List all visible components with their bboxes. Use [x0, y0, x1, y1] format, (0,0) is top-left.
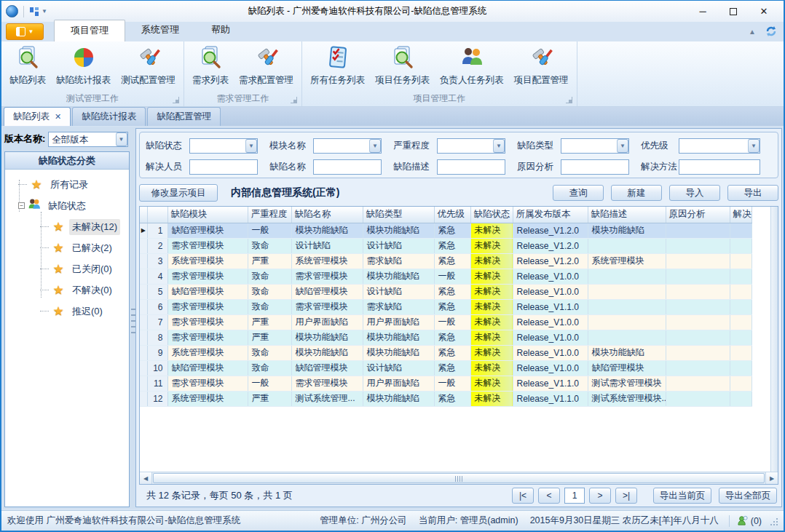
cell-module[interactable]: 系统管理模块	[167, 345, 248, 360]
cell-name[interactable]: 用户界面缺陷	[291, 314, 363, 330]
cell-desc[interactable]	[588, 330, 666, 345]
cell-name[interactable]: 需求管理模块	[291, 376, 363, 391]
row-indicator-cell[interactable]	[140, 360, 147, 376]
cell-release[interactable]: Release_V1.1.0	[513, 391, 588, 406]
cell-solution[interactable]	[730, 391, 752, 406]
cell-status[interactable]: 未解决	[470, 253, 513, 269]
row-indicator-cell[interactable]	[140, 314, 147, 330]
ribbon-button[interactable]: 项目配置管理	[509, 44, 574, 88]
cell-release[interactable]: Release_V1.0.0	[513, 345, 588, 360]
defect-desc-input[interactable]	[437, 159, 505, 175]
defect-status-combobox[interactable]: ▼	[189, 138, 258, 154]
row-number-cell[interactable]: 8	[147, 330, 167, 345]
prev-page-button[interactable]: <	[538, 488, 560, 504]
table-row[interactable]: 7需求管理模块严重用户界面缺陷用户界面缺陷一般未解决Release_V1.0.0	[140, 314, 752, 330]
sidebar-splitter[interactable]	[130, 127, 135, 509]
chevron-down-icon[interactable]: ▼	[116, 132, 127, 146]
priority-combobox[interactable]: ▼	[679, 138, 760, 154]
cell-release[interactable]: Release_V1.0.0	[513, 284, 588, 299]
ribbon-button[interactable]: 项目任务列表	[370, 44, 435, 88]
cell-priority[interactable]: 紧急	[434, 284, 470, 299]
cell-solution[interactable]	[730, 269, 752, 284]
tree-item[interactable]: ★未解决(12)	[8, 216, 127, 237]
cell-analysis[interactable]	[666, 299, 730, 314]
row-number-cell[interactable]: 2	[147, 238, 167, 253]
cell-desc[interactable]	[588, 299, 666, 314]
cell-name[interactable]: 设计缺陷	[291, 238, 363, 253]
query-button[interactable]: 查询	[553, 185, 604, 201]
cell-name[interactable]: 模块功能缺陷	[291, 345, 363, 360]
cell-analysis[interactable]	[666, 284, 730, 299]
table-row[interactable]: 2需求管理模块致命设计缺陷设计缺陷紧急未解决Release_V1.2.0	[140, 238, 752, 253]
close-button[interactable]: ✕	[749, 4, 779, 20]
chevron-down-icon[interactable]: ▼	[245, 139, 257, 153]
tree-item[interactable]: ★不解决(0)	[8, 279, 127, 301]
ribbon-button[interactable]: 需求配置管理	[234, 44, 299, 88]
cell-analysis[interactable]	[666, 314, 730, 330]
cell-module[interactable]: 需求管理模块	[167, 238, 248, 253]
cell-type[interactable]: 需求缺陷	[363, 299, 434, 314]
ribbon-button[interactable]: 缺陷统计报表	[51, 44, 116, 88]
ribbon-button[interactable]: 缺陷列表	[4, 44, 51, 88]
tree-item[interactable]: ★已解决(2)	[8, 237, 127, 258]
cell-severity[interactable]: 严重	[248, 330, 291, 345]
maximize-button[interactable]	[718, 4, 749, 20]
cell-release[interactable]: Release_V1.0.0	[513, 269, 588, 284]
column-header-status[interactable]: 缺陷状态	[470, 207, 513, 223]
cell-analysis[interactable]	[666, 376, 730, 391]
document-tab-2[interactable]: 缺陷统计报表	[72, 107, 146, 126]
cell-type[interactable]: 模块功能缺陷	[363, 223, 434, 238]
tree-item[interactable]: ★所有记录	[8, 174, 127, 195]
row-number-cell[interactable]: 5	[147, 284, 167, 299]
cell-module[interactable]: 需求管理模块	[167, 299, 248, 314]
cell-status[interactable]: 未解决	[470, 330, 513, 345]
cell-analysis[interactable]	[666, 330, 730, 345]
cell-module[interactable]: 缺陷管理模块	[167, 284, 248, 299]
cell-status[interactable]: 未解决	[470, 299, 513, 314]
ribbon-button[interactable]: 测试配置管理	[116, 44, 181, 88]
cell-type[interactable]: 模块功能缺陷	[363, 345, 434, 360]
tree-item[interactable]: −缺陷状态	[8, 195, 127, 216]
cell-solution[interactable]	[730, 299, 752, 314]
cell-status[interactable]: 未解决	[470, 376, 513, 391]
cell-analysis[interactable]	[666, 238, 730, 253]
cell-name[interactable]: 缺陷管理模块	[291, 284, 363, 299]
cell-solution[interactable]	[730, 238, 752, 253]
minimize-button[interactable]: ─	[687, 4, 718, 20]
row-indicator-cell[interactable]: ▶	[140, 223, 147, 238]
cell-severity[interactable]: 严重	[248, 391, 291, 406]
cell-release[interactable]: Release_V1.0.0	[513, 360, 588, 376]
cell-priority[interactable]: 一般	[434, 269, 470, 284]
messages-user-icon[interactable]	[737, 515, 748, 526]
cell-desc[interactable]	[588, 314, 666, 330]
cell-release[interactable]: Release_V1.1.0	[513, 299, 588, 314]
cell-name[interactable]: 测试系统管理...	[291, 391, 363, 406]
column-header-row-number[interactable]	[147, 207, 167, 223]
cell-name[interactable]: 模块功能缺陷	[291, 223, 363, 238]
column-header-solution[interactable]: 解决方法	[730, 207, 752, 223]
cell-priority[interactable]: 紧急	[434, 299, 470, 314]
application-menu-button[interactable]: ▼	[6, 23, 44, 40]
cell-severity[interactable]: 严重	[248, 253, 291, 269]
row-indicator-cell[interactable]	[140, 269, 147, 284]
cell-release[interactable]: Release_V1.0.0	[513, 314, 588, 330]
page-number-input[interactable]: 1	[564, 488, 585, 504]
row-indicator-cell[interactable]	[140, 345, 147, 360]
cell-type[interactable]: 用户界面缺陷	[363, 376, 434, 391]
cell-status[interactable]: 未解决	[470, 345, 513, 360]
cell-solution[interactable]	[730, 360, 752, 376]
cell-priority[interactable]: 紧急	[434, 345, 470, 360]
scroll-left-icon[interactable]: ◀	[140, 472, 152, 484]
cell-analysis[interactable]	[666, 345, 730, 360]
cell-priority[interactable]: 紧急	[434, 330, 470, 345]
table-row[interactable]: 4需求管理模块致命需求管理模块模块功能缺陷一般未解决Release_V1.0.0	[140, 269, 752, 284]
cell-severity[interactable]: 致命	[248, 345, 291, 360]
column-header-severity[interactable]: 严重程度	[248, 207, 291, 223]
cell-priority[interactable]: 紧急	[434, 223, 470, 238]
menu-tab-3[interactable]: 帮助	[195, 20, 246, 41]
table-row[interactable]: 11需求管理模块一般需求管理模块用户界面缺陷一般未解决Release_V1.1.…	[140, 376, 752, 391]
cell-desc[interactable]: 模块功能缺陷	[588, 345, 666, 360]
column-header-indicator[interactable]	[140, 207, 147, 223]
cell-name[interactable]: 需求管理模块	[291, 269, 363, 284]
cell-solution[interactable]	[730, 376, 752, 391]
